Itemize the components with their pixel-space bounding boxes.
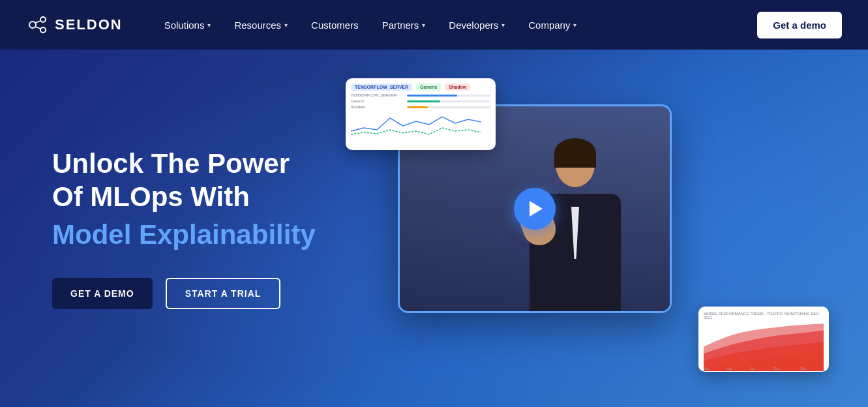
dashboard-row: Shadow: [351, 105, 490, 109]
logo-text: SELDON: [55, 16, 123, 33]
nav-item-solutions[interactable]: Solutions ▾: [154, 14, 222, 36]
tag-shadow: Shadow: [445, 83, 470, 91]
hero-visual: TENSORFLOW_SERVER Generic Shadow TENSORF…: [346, 91, 816, 365]
chevron-down-icon: ▾: [284, 22, 288, 29]
tag-tensorflow: TENSORFLOW_SERVER: [351, 83, 412, 91]
nav-item-developers[interactable]: Developers ▾: [438, 14, 515, 36]
nav-item-partners[interactable]: Partners ▾: [372, 14, 436, 36]
tag-generic: Generic: [416, 83, 441, 91]
hero-cta-buttons: GET A DEMO START A TRIAL: [52, 278, 346, 309]
play-icon: [530, 201, 543, 217]
svg-line-4: [35, 27, 40, 29]
get-demo-button[interactable]: Get a demo: [757, 12, 842, 38]
chevron-down-icon: ▾: [422, 22, 425, 29]
svg-line-3: [35, 21, 40, 23]
hero-trial-button[interactable]: START A TRIAL: [166, 278, 281, 309]
dashboard-bottom-title: MODEL PERFORMANCE TREND - TRAFFIC MONITO…: [704, 312, 824, 320]
hero-demo-button[interactable]: GET A DEMO: [52, 278, 153, 309]
dashboard-row: TENSORFLOW_SERVER: [351, 93, 490, 97]
hero-section: Unlock The Power Of MLOps With Model Exp…: [0, 50, 868, 407]
chevron-down-icon: ▾: [573, 22, 576, 29]
hero-title: Unlock The Power Of MLOps With: [52, 147, 346, 213]
seldon-logo-icon: [26, 13, 50, 37]
navigation: SELDON Solutions ▾ Resources ▾ Customers…: [0, 0, 868, 50]
nav-item-customers[interactable]: Customers: [301, 14, 369, 36]
sparkline-chart: [351, 112, 481, 138]
chevron-down-icon: ▾: [207, 22, 211, 29]
dashboard-card-top: TENSORFLOW_SERVER Generic Shadow TENSORF…: [346, 78, 496, 150]
svg-point-0: [29, 22, 36, 28]
svg-text:Dec: Dec: [800, 367, 806, 370]
dashboard-card-bottom: MODEL PERFORMANCE TREND - TRAFFIC MONITO…: [698, 307, 829, 372]
hero-subtitle: Model Explainability: [52, 219, 346, 251]
svg-text:Jan: Jan: [704, 367, 709, 370]
nav-item-company[interactable]: Company ▾: [518, 14, 587, 36]
nav-menu: Solutions ▾ Resources ▾ Customers Partne…: [154, 14, 758, 36]
svg-point-2: [40, 27, 46, 33]
svg-text:Apr: Apr: [727, 367, 732, 370]
wave-chart: Jan Apr Jul Oct Dec: [704, 322, 824, 371]
logo[interactable]: SELDON: [26, 13, 123, 37]
play-button[interactable]: [514, 188, 556, 230]
svg-point-1: [40, 17, 46, 22]
hero-content: Unlock The Power Of MLOps With Model Exp…: [52, 147, 346, 309]
nav-item-resources[interactable]: Resources ▾: [224, 14, 298, 36]
chevron-down-icon: ▾: [501, 22, 505, 29]
svg-text:Oct: Oct: [773, 367, 779, 370]
svg-text:Jul: Jul: [751, 367, 755, 370]
dashboard-row: Generic: [351, 99, 490, 103]
